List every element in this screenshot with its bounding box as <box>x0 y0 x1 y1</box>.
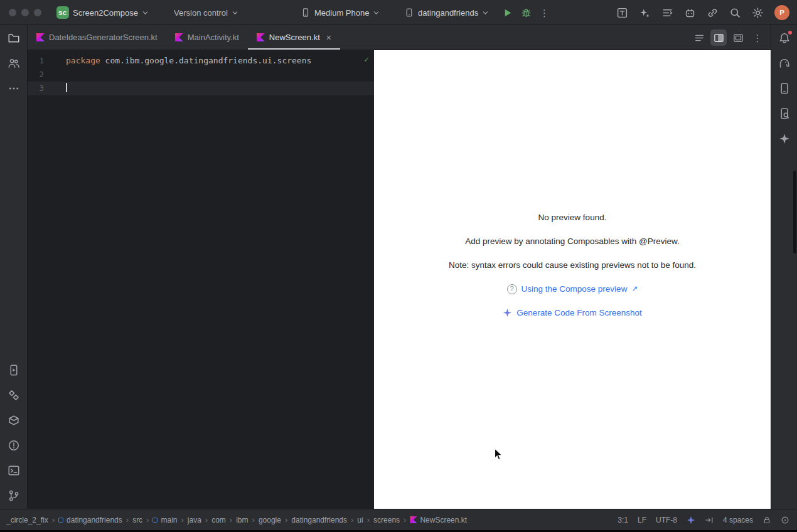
mouse-cursor <box>494 448 503 462</box>
phone-icon <box>301 8 311 18</box>
line-separator-widget[interactable]: LF <box>638 516 646 524</box>
breadcrumb-item[interactable]: src <box>132 516 142 524</box>
tab-dateideasgeneratorscreen[interactable]: DateIdeasGeneratorScreen.kt <box>28 25 166 50</box>
keyword-token: package <box>66 56 100 65</box>
code-editor[interactable]: 1 package com.ibm.google.datingandfriend… <box>28 50 374 509</box>
kotlin-file-icon <box>410 516 417 523</box>
design-view-button[interactable] <box>730 29 746 46</box>
kotlin-file-icon <box>36 33 45 41</box>
run-configuration-label: datingandfriends <box>418 8 478 18</box>
chevron-down-icon <box>142 9 149 16</box>
breadcrumb-item[interactable]: NewScreen.kt <box>410 516 467 524</box>
indent-widget[interactable]: 4 spaces <box>723 516 753 524</box>
unlock-icon[interactable] <box>762 516 771 524</box>
compose-preview-docs-link[interactable]: ? Using the Compose preview ↗ <box>507 282 638 295</box>
gemini-status-icon[interactable] <box>687 516 695 524</box>
minimize-window-button[interactable] <box>21 9 29 16</box>
device-manager-button[interactable] <box>776 80 793 97</box>
breadcrumb-item[interactable]: datingandfriends <box>58 516 122 524</box>
sync-project-button[interactable] <box>707 7 719 19</box>
help-icon: ? <box>507 284 517 294</box>
project-selector[interactable]: SC Screen2Compose <box>56 0 149 25</box>
pull-requests-button[interactable] <box>6 55 22 72</box>
breadcrumb-item[interactable]: screens <box>373 516 400 524</box>
breadcrumb-separator: › <box>367 515 370 524</box>
settings-button[interactable] <box>752 7 764 19</box>
device-selector[interactable]: Medium Phone <box>301 0 380 25</box>
profile-avatar[interactable]: P <box>774 5 789 20</box>
terminal-button[interactable] <box>6 462 22 479</box>
code-token: com.ibm.google.datingandfriends.ui.scree… <box>100 56 312 65</box>
inspections-ok-icon[interactable]: ✓ <box>364 55 369 64</box>
zoom-window-button[interactable] <box>34 9 41 16</box>
run-configuration-selector[interactable]: datingandfriends <box>404 0 489 25</box>
notifications-button[interactable] <box>776 30 793 46</box>
breadcrumb-separator: › <box>351 515 353 524</box>
version-control-selector[interactable]: Version control <box>174 0 238 25</box>
debug-button[interactable] <box>521 8 532 18</box>
gemini-actions-button[interactable] <box>639 7 651 19</box>
breadcrumb-item[interactable]: ibm <box>236 516 248 524</box>
running-devices-button[interactable] <box>6 362 22 378</box>
project-tool-button[interactable] <box>6 30 22 46</box>
code-view-button[interactable] <box>691 29 707 46</box>
breadcrumb-separator: › <box>252 515 255 524</box>
breadcrumb-item[interactable]: java <box>188 516 201 524</box>
logcat-button[interactable] <box>661 7 673 19</box>
right-tool-stripe <box>771 25 797 509</box>
sparkle-icon <box>503 308 512 317</box>
emulator-button[interactable] <box>776 105 793 122</box>
app-inspection-button[interactable] <box>6 387 22 403</box>
breadcrumb-separator: › <box>126 515 129 524</box>
breadcrumb-item[interactable]: ui <box>357 516 363 524</box>
left-tool-stripe <box>0 25 28 509</box>
app-icon: SC <box>56 6 69 19</box>
code-line: 1 package com.ibm.google.datingandfriend… <box>28 54 374 68</box>
version-control-label: Version control <box>174 8 228 18</box>
problems-button[interactable] <box>6 437 22 454</box>
close-tab-icon[interactable]: × <box>326 33 331 42</box>
close-window-button[interactable] <box>9 9 16 16</box>
kotlin-file-icon <box>257 33 265 41</box>
gemini-tool-button[interactable] <box>776 130 793 147</box>
tab-label: MainActivity.kt <box>188 33 239 42</box>
device-selector-label: Medium Phone <box>314 8 369 18</box>
more-run-actions-button[interactable]: ⋮ <box>540 8 549 18</box>
breadcrumb-separator: › <box>230 515 232 524</box>
inspections-widget-icon[interactable] <box>781 516 789 524</box>
breadcrumbs: _circle_2_fix › datingandfriends › src ›… <box>6 515 618 524</box>
scrollbar-thumb[interactable] <box>793 171 796 253</box>
line-number: 3 <box>28 82 51 95</box>
device-explorer-button[interactable] <box>6 412 22 428</box>
breadcrumb-separator: › <box>404 515 406 524</box>
editor-more-options-button[interactable]: ⋮ <box>749 29 766 46</box>
breadcrumb-item[interactable]: main <box>152 516 177 524</box>
breadcrumb-item[interactable]: _circle_2_fix <box>6 516 48 524</box>
ai-assistant-button[interactable] <box>684 7 696 19</box>
search-everywhere-button[interactable] <box>729 7 741 19</box>
indent-icon[interactable] <box>705 516 714 524</box>
breadcrumb-item[interactable]: com <box>211 516 226 524</box>
tab-mainactivity[interactable]: MainActivity.kt <box>166 25 248 50</box>
breadcrumb-item[interactable]: google <box>259 516 281 524</box>
gradle-button[interactable] <box>776 55 793 72</box>
version-control-tool-button[interactable] <box>6 487 22 504</box>
breadcrumb-separator: › <box>205 515 208 524</box>
tab-label: NewScreen.kt <box>269 33 320 42</box>
tab-label: DateIdeasGeneratorScreen.kt <box>49 33 158 42</box>
generate-code-link[interactable]: Generate Code From Screenshot <box>503 306 642 319</box>
compose-preview-panel: No preview found. Add preview by annotat… <box>374 50 771 509</box>
code-line: 2 <box>28 68 374 82</box>
layout-inspector-button[interactable] <box>616 7 628 19</box>
module-icon <box>58 518 63 523</box>
chevron-down-icon <box>373 9 380 16</box>
more-tool-windows-button[interactable] <box>6 80 22 97</box>
caret-position-widget[interactable]: 3:1 <box>618 516 628 524</box>
run-button[interactable] <box>502 8 513 18</box>
tab-newscreen[interactable]: NewScreen.kt × <box>248 25 340 50</box>
split-view-button[interactable] <box>710 29 727 46</box>
breadcrumb-item[interactable]: datingandfriends <box>291 516 347 524</box>
editor-tab-bar: DateIdeasGeneratorScreen.kt MainActivity… <box>28 25 771 50</box>
traffic-lights <box>9 9 41 16</box>
encoding-widget[interactable]: UTF-8 <box>656 516 677 524</box>
